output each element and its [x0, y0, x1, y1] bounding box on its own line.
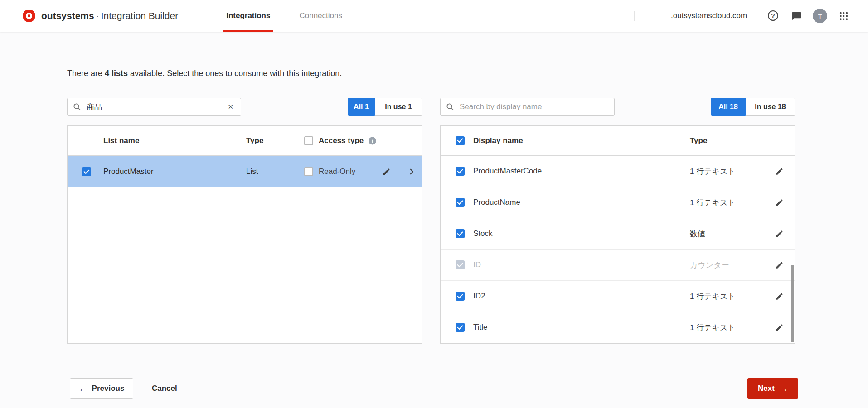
logo-ring [26, 13, 32, 19]
read-only-label: Read-Only [319, 167, 355, 176]
row-checkbox-disabled [456, 260, 465, 269]
field-type: 1 行テキスト [690, 197, 736, 208]
field-name: Stock [473, 229, 493, 238]
fields-search-box [440, 98, 615, 116]
edit-icon[interactable] [774, 229, 784, 239]
field-type: 1 行テキスト [690, 322, 736, 333]
help-icon[interactable]: ? [768, 10, 778, 21]
fields-filter-toggle: All 18 In use 18 [711, 98, 795, 116]
edit-icon[interactable] [774, 291, 784, 301]
edit-icon[interactable] [774, 166, 784, 176]
list-type: List [246, 167, 258, 176]
row-checkbox[interactable] [82, 167, 91, 176]
brand-name: outsystems [41, 10, 94, 21]
field-name: ID2 [473, 292, 485, 301]
previous-button[interactable]: ← Previous [70, 378, 133, 399]
fields-table-header: Display name Type [441, 126, 795, 156]
arrow-left-icon: ← [79, 384, 87, 393]
info-icon[interactable]: i [369, 137, 376, 144]
field-name: ProductMasterCode [473, 167, 542, 176]
arrow-right-icon: → [779, 384, 788, 393]
avatar[interactable]: T [813, 9, 827, 23]
intro-suffix: available. Select the ones to consume wi… [128, 69, 342, 78]
fields-table: Display name Type ProductMasterCode 1 行テ… [440, 125, 795, 344]
lists-table: List name Type Access type i ProductMast… [67, 125, 422, 344]
field-type: カウンター [690, 260, 729, 270]
environment-domain: .outsystemscloud.com [671, 0, 747, 32]
filter-inuse-fields[interactable]: In use 18 [746, 98, 795, 116]
filter-inuse-lists[interactable]: In use 1 [375, 98, 422, 116]
intro-prefix: There are [67, 69, 105, 78]
lists-filter-toggle: All 1 In use 1 [348, 98, 422, 116]
intro-count: 4 lists [105, 69, 128, 78]
fields-search-input[interactable] [459, 102, 609, 112]
edit-icon[interactable] [381, 167, 391, 177]
col-list-name: List name [103, 136, 139, 145]
outsystems-logo-icon [23, 10, 35, 22]
tab-connections[interactable]: Connections [296, 0, 345, 32]
brand: outsystems·Integration Builder [23, 10, 178, 22]
list-name: ProductMaster [103, 167, 154, 176]
row-checkbox[interactable] [456, 198, 465, 207]
content-divider [67, 50, 795, 50]
row-checkbox[interactable] [456, 292, 465, 301]
lists-table-header: List name Type Access type i [68, 126, 422, 156]
col-field-type: Type [690, 136, 707, 145]
col-access-type: Access type [319, 136, 364, 145]
lists-search-box: ✕ [67, 98, 241, 116]
field-row[interactable]: Stock 数値 [441, 218, 795, 250]
edit-icon[interactable] [774, 322, 784, 332]
brand-text: outsystems·Integration Builder [41, 10, 178, 21]
tab-integrations[interactable]: Integrations [223, 0, 273, 32]
field-name: Title [473, 323, 488, 332]
cancel-button[interactable]: Cancel [152, 378, 177, 399]
previous-label: Previous [92, 384, 125, 393]
clear-search-icon[interactable]: ✕ [226, 102, 235, 112]
chevron-right-icon[interactable] [407, 167, 417, 177]
next-button[interactable]: Next → [747, 378, 798, 399]
edit-icon[interactable] [774, 260, 784, 270]
row-checkbox[interactable] [456, 167, 465, 176]
product-name: Integration Builder [101, 10, 178, 21]
field-row[interactable]: ProductName 1 行テキスト [441, 187, 795, 218]
apps-grid-icon[interactable] [838, 10, 849, 21]
field-row[interactable]: ProductMasterCode 1 行テキスト [441, 156, 795, 187]
list-row-productmaster[interactable]: ProductMaster List Read-Only [68, 156, 422, 187]
select-all-checkbox[interactable] [456, 136, 465, 145]
chat-icon[interactable] [791, 10, 802, 21]
field-row-disabled: ID カウンター [441, 250, 795, 281]
access-type-checkbox[interactable] [304, 136, 313, 145]
next-label: Next [758, 384, 775, 393]
intro-text: There are 4 lists available. Select the … [67, 69, 342, 78]
row-checkbox[interactable] [456, 323, 465, 332]
read-only-checkbox[interactable] [304, 167, 313, 176]
main-nav: Integrations Connections [223, 0, 369, 32]
field-type: 1 行テキスト [690, 166, 736, 177]
footer-divider [0, 366, 868, 366]
search-icon [73, 103, 81, 111]
field-name: ID [473, 260, 481, 269]
field-type: 数値 [690, 229, 705, 239]
filter-all-fields[interactable]: All 18 [711, 98, 746, 116]
brand-separator: · [96, 10, 99, 21]
scrollbar-thumb[interactable] [791, 265, 794, 342]
field-row[interactable]: ID2 1 行テキスト [441, 281, 795, 312]
field-row[interactable]: Title 1 行テキスト [441, 312, 795, 343]
col-type: Type [246, 136, 263, 145]
lists-search-input[interactable] [86, 102, 221, 112]
filter-all-lists[interactable]: All 1 [348, 98, 375, 116]
top-bar: outsystems·Integration Builder Integrati… [0, 0, 868, 32]
row-checkbox[interactable] [456, 229, 465, 238]
field-type: 1 行テキスト [690, 291, 736, 302]
field-name: ProductName [473, 198, 520, 207]
header-divider [634, 11, 635, 21]
edit-icon[interactable] [774, 197, 784, 207]
search-icon [446, 103, 454, 111]
col-display-name: Display name [473, 136, 523, 145]
